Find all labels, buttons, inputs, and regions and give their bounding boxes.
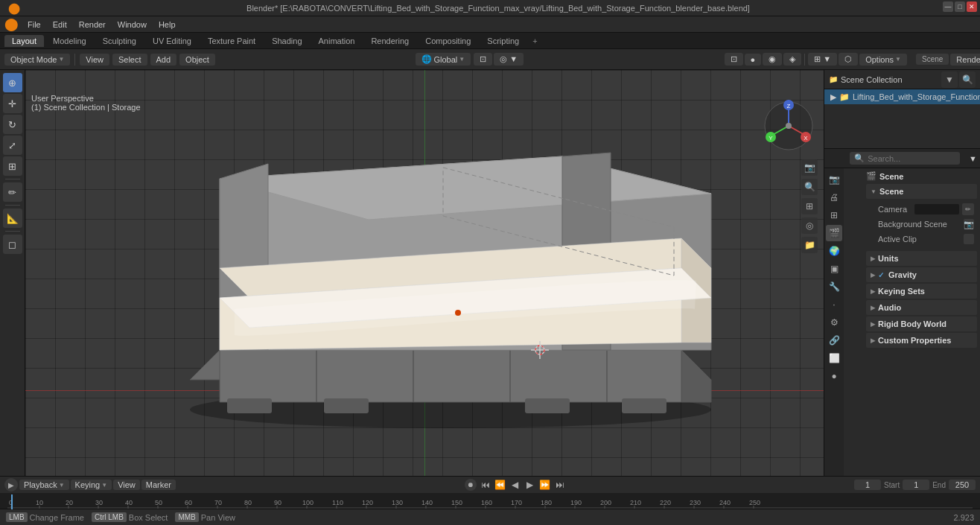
- section-gravity[interactable]: ▶ ✓ Gravity: [866, 267, 977, 282]
- section-gravity-triangle: ▶: [871, 272, 875, 279]
- annotate-tool[interactable]: ✏: [3, 182, 22, 202]
- overlay-button[interactable]: ⊞ ▼: [808, 53, 837, 66]
- tab-sculpting[interactable]: Sculpting: [95, 35, 144, 47]
- svg-text:20: 20: [66, 499, 73, 506]
- play-back-button[interactable]: ◀: [509, 479, 521, 491]
- add-workspace-button[interactable]: +: [528, 35, 541, 47]
- view-menu[interactable]: View: [80, 54, 109, 66]
- prop-camera-edit[interactable]: ✏: [962, 203, 974, 215]
- props-tab-view[interactable]: ⊞: [826, 207, 842, 223]
- tab-modeling[interactable]: Modeling: [45, 35, 94, 47]
- props-filter[interactable]: ▼: [966, 149, 980, 168]
- tab-texture-paint[interactable]: Texture Paint: [200, 35, 263, 47]
- window-controls[interactable]: — □ ✕: [943, 1, 977, 12]
- record-button[interactable]: ⏺: [465, 479, 477, 491]
- close-button[interactable]: ✕: [967, 1, 977, 12]
- outliner-search[interactable]: 🔍: [959, 71, 976, 88]
- props-tab-object[interactable]: ▣: [826, 261, 842, 277]
- tab-animation[interactable]: Animation: [311, 35, 363, 47]
- viewport[interactable]: User Perspective (1) Scene Collection | …: [25, 70, 824, 525]
- viewport-shading-solid[interactable]: ●: [745, 54, 762, 66]
- viewport-shading-material[interactable]: ◉: [763, 53, 782, 66]
- tab-compositing[interactable]: Compositing: [418, 35, 478, 47]
- render-layer-value[interactable]: RenderLayer: [950, 54, 980, 66]
- props-tab-modifier[interactable]: 🔧: [826, 279, 842, 295]
- playback-controls[interactable]: ⏺ ⏮ ⏪ ◀ ▶ ⏩ ⏭: [465, 479, 566, 491]
- maximize-button[interactable]: □: [955, 1, 965, 12]
- add-cube-tool[interactable]: ◻: [3, 235, 22, 254]
- outliner-controls: ▼ 🔍: [941, 71, 976, 88]
- menu-window[interactable]: Window: [112, 19, 152, 31]
- props-tab-world[interactable]: 🌍: [826, 243, 842, 259]
- options-button[interactable]: Options ▼: [859, 54, 907, 66]
- timeline-view-menu[interactable]: View: [113, 480, 140, 490]
- rotate-tool[interactable]: ↻: [3, 115, 22, 134]
- section-audio[interactable]: ▶ Audio: [866, 300, 977, 315]
- props-tab-particles[interactable]: ·: [826, 296, 842, 313]
- transform-tool[interactable]: ⊞: [3, 156, 22, 176]
- view-all-icon[interactable]: ⊞: [801, 198, 818, 214]
- status-lmb: LMB Change Frame: [6, 512, 84, 522]
- props-tab-render[interactable]: 📷: [826, 171, 842, 188]
- step-forward-button[interactable]: ⏩: [539, 479, 551, 491]
- transform-orientation[interactable]: 🌐 Global ▼: [416, 53, 471, 66]
- move-tool[interactable]: ✛: [3, 94, 22, 113]
- props-tab-output[interactable]: 🖨: [826, 189, 842, 206]
- measure-tool[interactable]: 📐: [3, 209, 22, 228]
- section-custom-props[interactable]: ▶ Custom Properties: [866, 333, 977, 348]
- scale-tool[interactable]: ⤢: [3, 136, 22, 155]
- section-units[interactable]: ▶ Units: [866, 251, 977, 266]
- props-tab-data[interactable]: ⬜: [826, 350, 842, 366]
- section-rigid-body[interactable]: ▶ Rigid Body World: [866, 316, 977, 331]
- tab-layout[interactable]: Layout: [4, 35, 44, 47]
- collections-icon[interactable]: 📁: [801, 237, 818, 253]
- viewport-shading-wire[interactable]: ⊡: [725, 53, 743, 66]
- menu-render[interactable]: Render: [74, 19, 111, 31]
- camera-persp-icon[interactable]: 📷: [801, 159, 818, 176]
- timeline-header: ▶ Playback ▼ Keying ▼ View Marker ⏺ ⏮: [0, 477, 980, 493]
- menu-file[interactable]: File: [22, 19, 46, 31]
- current-frame-input[interactable]: 1: [854, 480, 881, 490]
- menu-edit[interactable]: Edit: [48, 19, 72, 31]
- jump-end-button[interactable]: ⏭: [554, 479, 566, 491]
- cursor-tool[interactable]: ⊕: [3, 73, 22, 92]
- tab-scripting[interactable]: Scripting: [480, 35, 526, 47]
- play-forward-button[interactable]: ▶: [524, 479, 536, 491]
- start-frame-input[interactable]: 1: [903, 480, 929, 490]
- timeline-ruler[interactable]: 0 10 20 30 40 50 60 70 80: [0, 493, 980, 509]
- props-tab-constraint[interactable]: 🔗: [826, 332, 842, 349]
- outliner-item-collection[interactable]: ▶ 📁 Lifting_Bed_with_Storage_Function 👁 …: [824, 89, 980, 104]
- prop-bg-icon: 📷: [964, 219, 974, 229]
- viewport-shading-render[interactable]: ◈: [783, 53, 801, 66]
- props-tab-material[interactable]: ●: [826, 368, 842, 384]
- add-menu[interactable]: Add: [150, 54, 177, 66]
- section-scene[interactable]: ▼ Scene: [866, 184, 977, 199]
- props-tab-scene[interactable]: 🎬: [826, 225, 842, 241]
- select-menu[interactable]: Select: [112, 54, 147, 66]
- section-keying[interactable]: ▶ Keying Sets: [866, 284, 977, 299]
- object-menu[interactable]: Object: [179, 54, 215, 66]
- proportional-edit[interactable]: ◎ ▼: [494, 53, 524, 66]
- view-local-icon[interactable]: ◎: [801, 217, 818, 234]
- minimize-button[interactable]: —: [943, 1, 953, 12]
- props-search-input[interactable]: [868, 154, 957, 163]
- props-tab-physics[interactable]: ⚙: [826, 314, 842, 331]
- navigation-gizmo[interactable]: Z X Y: [763, 100, 815, 152]
- jump-start-button[interactable]: ⏮: [480, 479, 491, 491]
- playback-menu[interactable]: Playback ▼: [19, 480, 69, 490]
- step-back-button[interactable]: ⏪: [494, 479, 506, 491]
- keying-menu[interactable]: Keying ▼: [71, 480, 112, 490]
- end-frame-input[interactable]: 250: [949, 480, 976, 490]
- menu-help[interactable]: Help: [153, 19, 181, 31]
- ruler-svg: 0 10 20 30 40 50 60 70 80: [7, 494, 973, 509]
- marker-menu[interactable]: Marker: [141, 480, 176, 490]
- view-zoom-icon[interactable]: 🔍: [801, 179, 818, 195]
- tab-uv-editing[interactable]: UV Editing: [145, 35, 199, 47]
- outliner-filter[interactable]: ▼: [941, 71, 958, 88]
- timeline: ▶ Playback ▼ Keying ▼ View Marker ⏺ ⏮: [0, 476, 980, 509]
- object-mode-dropdown[interactable]: Object Mode ▼: [4, 54, 70, 66]
- tab-shading[interactable]: Shading: [264, 35, 309, 47]
- xray-button[interactable]: ⬡: [839, 53, 858, 66]
- snap-button[interactable]: ⊡: [474, 53, 492, 66]
- tab-rendering[interactable]: Rendering: [363, 35, 416, 47]
